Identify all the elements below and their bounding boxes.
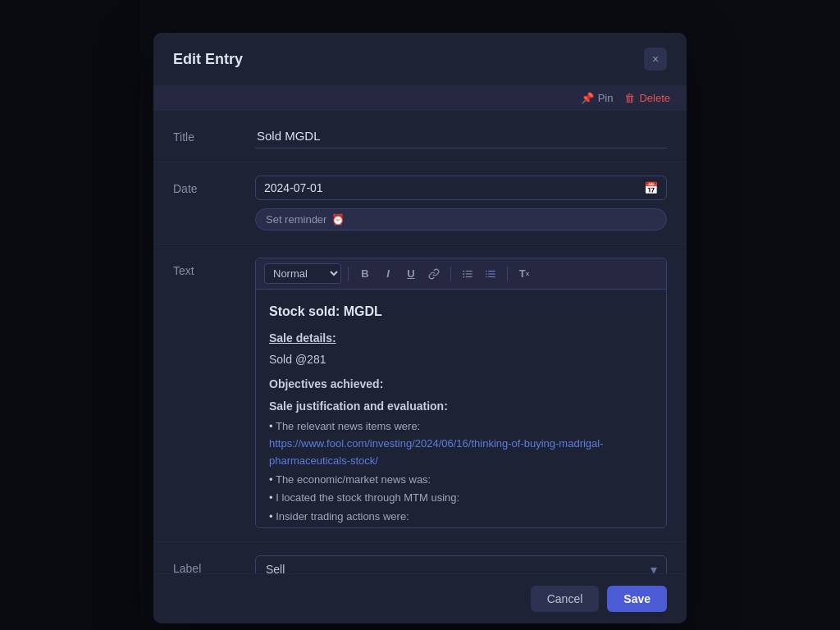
toolbar-separator-2 [450,267,451,281]
editor-container: Normal Heading 1 Heading 2 Heading 3 B I… [255,258,667,528]
svg-rect-8 [486,273,487,274]
svg-rect-10 [486,276,487,276]
label-select-wrapper: Sell Buy Hold Watch Research [255,555,667,573]
svg-rect-6 [486,270,487,271]
sale-details-heading: Sale details: [269,329,653,347]
reminder-icon: ⏰ [331,213,345,226]
editor-content[interactable]: Stock sold: MGDL Sale details: Sold @281… [256,290,666,527]
label-select[interactable]: Sell Buy Hold Watch Research [255,555,667,573]
sold-price: Sold @281 [269,350,653,368]
pin-button[interactable]: 📌 Pin [581,92,614,104]
editor-toolbar: Normal Heading 1 Heading 2 Heading 3 B I… [256,258,666,290]
title-input[interactable] [255,124,667,148]
svg-rect-3 [466,273,472,274]
bullet-list-button[interactable] [458,266,477,282]
label-field-row: Label Sell Buy Hold Watch Research [153,542,687,573]
bullet-link[interactable]: https://www.fool.com/investing/2024/06/1… [269,437,604,467]
date-input-wrapper: 📅 [255,176,667,200]
format-select[interactable]: Normal Heading 1 Heading 2 Heading 3 [264,263,341,284]
modal-title: Edit Entry [173,51,243,68]
reminder-label: Set reminder [266,213,326,226]
pin-label: Pin [598,92,614,104]
bullet-list: The relevant news items were: https://ww… [269,418,653,527]
svg-rect-5 [466,276,472,276]
svg-rect-11 [488,276,495,276]
date-label: Date [173,176,239,195]
title-field-content [255,124,667,148]
edit-entry-modal: Edit Entry × 📌 Pin 🗑 Delete Title [153,33,687,623]
bullet-item-3: I located the stock through MTM using: [269,490,653,507]
ordered-list-button[interactable] [481,266,500,282]
text-label: Text [173,258,239,277]
modal-overlay: Edit Entry × 📌 Pin 🗑 Delete Title [0,0,840,630]
date-field-content: 📅 Set reminder ⏰ [255,176,667,231]
bullet-item-2: The economic/market news was: [269,472,653,489]
set-reminder-button[interactable]: Set reminder ⏰ [255,208,667,231]
modal-body: Title Date 📅 Set reminder ⏰ [153,111,687,573]
link-button[interactable] [424,266,444,282]
delete-icon: 🗑 [624,92,635,104]
cancel-button[interactable]: Cancel [531,586,600,612]
label-field-content: Sell Buy Hold Watch Research [255,555,667,573]
toolbar-separator-1 [348,267,349,281]
title-field-row: Title [153,111,687,162]
text-field-row: Text Normal Heading 1 Heading 2 Heading … [153,244,687,542]
svg-rect-9 [488,273,495,274]
svg-rect-7 [488,270,495,271]
underline-button[interactable]: U [401,265,421,282]
label-label: Label [173,555,239,573]
delete-button[interactable]: 🗑 Delete [624,92,670,104]
svg-point-2 [463,273,464,275]
modal-header: Edit Entry × [153,33,687,85]
bullet-item-1: The relevant news items were: https://ww… [269,418,653,469]
delete-label: Delete [639,92,670,104]
modal-footer: Cancel Save [153,573,687,623]
pin-icon: 📌 [581,92,594,104]
bullet-item-4: Insider trading actions were: [269,509,653,526]
close-button[interactable]: × [644,48,667,71]
title-label: Title [173,124,239,144]
toolbar-separator-3 [507,267,508,281]
date-input[interactable] [264,181,637,194]
save-button[interactable]: Save [607,586,667,612]
clear-format-button[interactable]: Tx [514,265,534,282]
date-field-row: Date 📅 Set reminder ⏰ [153,162,687,244]
bold-button[interactable]: B [355,265,375,282]
italic-button[interactable]: I [378,265,398,282]
svg-point-0 [463,270,464,272]
modal-toolbar: 📌 Pin 🗑 Delete [153,85,687,111]
svg-rect-1 [466,270,472,271]
calendar-icon: 📅 [644,181,658,194]
svg-point-4 [463,276,464,277]
content-heading: Stock sold: MGDL [269,301,653,322]
objectives-heading: Objectives achieved: [269,375,653,393]
justification-heading: Sale justification and evaluation: [269,397,653,415]
